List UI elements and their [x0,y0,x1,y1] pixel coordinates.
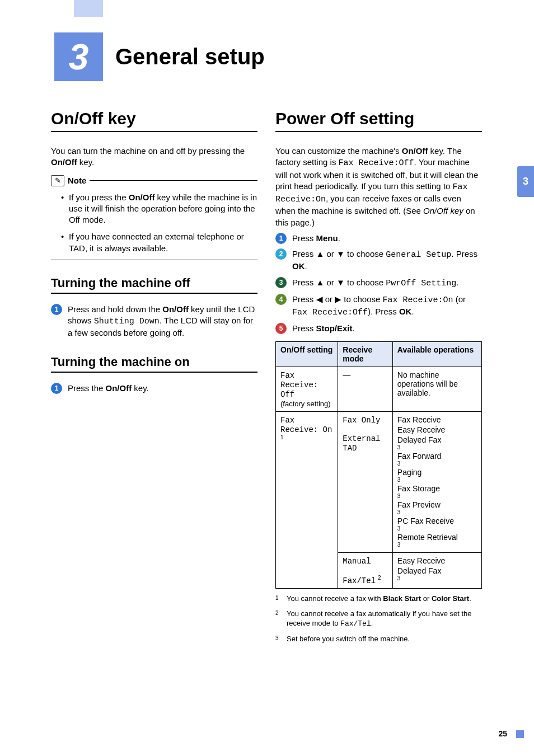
poweroff-intro: You can customize the machine's On/Off k… [275,145,482,228]
step-body: Press Menu. [292,233,482,244]
step: 1 Press and hold down the On/Off key unt… [51,304,257,339]
step: 1 Press the On/Off key. [51,383,257,394]
step: 2Press ▲ or ▼ to choose General Setup. P… [275,248,482,273]
op-item: Delayed Fax 3 [397,435,477,450]
note-box: ✎ Note If you press the On/Off key while… [51,175,257,260]
note-label: Note [68,176,86,185]
chapter-header: 3 General setup [54,32,265,81]
step: 5Press Stop/Exit. [275,323,482,334]
note-list: If you press the On/Off key while the ma… [61,192,257,254]
footnotes: 1 You cannot receive a fax with Black St… [275,594,482,644]
step-number-1: 1 [51,383,62,394]
op-item: Easy Receive [397,425,477,434]
step-body: Press and hold down the On/Off key until… [68,304,257,339]
page-number-bar [516,730,524,738]
settings-table: On/Off setting Receive mode Available op… [275,341,482,589]
op-item: Fax Preview 3 [397,500,477,515]
op-item: PC Fax Receive 3 [397,516,477,532]
cell-mode: Fax Only External TAD [338,411,393,552]
header-bar [74,0,103,17]
table-row: Fax Receive: On 1 Fax Only External TAD … [276,411,482,552]
op-item: Easy Receive [397,556,477,565]
chapter-box: 3 [54,32,103,81]
cell-ops: No machine operations will be available. [392,367,481,411]
note-item: If you have connected an external teleph… [61,231,257,254]
op-item: Delayed Fax 3 [397,566,477,581]
note-icon: ✎ [51,175,64,186]
op-item: Paging 3 [397,468,477,483]
step-body: Press the On/Off key. [68,383,257,394]
op-item: Fax Forward 3 [397,452,477,467]
section-onoff-key: On/Off key [51,109,257,132]
footnote: 2 You cannot receive a fax automatically… [275,609,482,629]
footnote: 3 Set before you switch off the machine. [275,635,482,644]
cell-setting: Fax Receive: On 1 [276,411,338,589]
table-row: Fax Receive: Off (factory setting) — No … [276,367,482,411]
step-number-5: 5 [275,323,287,334]
cell-ops: Easy ReceiveDelayed Fax 3 [392,552,481,589]
op-item: Fax Storage 3 [397,484,477,499]
step-body: Press ◀ or ▶ to choose Fax Receive:On (o… [292,294,482,319]
step-number-1: 1 [275,233,287,244]
step-number-3: 3 [275,277,287,288]
step: 4Press ◀ or ▶ to choose Fax Receive:On (… [275,294,482,319]
onoff-intro: You can turn the machine on and off by p… [51,145,257,168]
page-number: 25 [498,729,507,738]
cell-mode: — [338,367,393,411]
step-body: Press Stop/Exit. [292,323,482,334]
op-item: Remote Retrieval 3 [397,533,477,548]
th-ops: Available operations [392,341,481,367]
section-poweroff: Power Off setting [275,109,482,132]
chapter-number: 3 [69,36,89,78]
step-number-2: 2 [275,248,287,260]
right-column: Power Off setting You can customize the … [275,109,482,650]
chapter-title: General setup [115,44,265,69]
step: 1Press Menu. [275,233,482,244]
footnote: 1 You cannot receive a fax with Black St… [275,594,482,604]
note-rule [90,180,257,181]
step-body: Press ▲ or ▼ to choose PwrOff Setting. [292,277,482,289]
side-tab: 3 [517,166,534,197]
left-column: On/Off key You can turn the machine on a… [51,109,257,650]
cell-setting: Fax Receive: Off (factory setting) [276,367,338,411]
cell-ops: Fax ReceiveEasy ReceiveDelayed Fax 3Fax … [392,411,481,552]
note-rule [51,260,257,260]
th-setting: On/Off setting [276,341,338,367]
section-turning-off: Turning the machine off [51,276,257,294]
section-turning-on: Turning the machine on [51,355,257,373]
step-body: Press ▲ or ▼ to choose General Setup. Pr… [292,248,482,273]
step: 3Press ▲ or ▼ to choose PwrOff Setting. [275,277,482,289]
th-mode: Receive mode [338,341,393,367]
note-item: If you press the On/Off key while the ma… [61,192,257,226]
steps: 1Press Menu.2Press ▲ or ▼ to choose Gene… [275,233,482,335]
step-number-4: 4 [275,294,287,305]
step-number-1: 1 [51,304,62,315]
op-item: Fax Receive [397,415,477,424]
cell-mode: Manual Fax/Tel 2 [338,552,393,589]
